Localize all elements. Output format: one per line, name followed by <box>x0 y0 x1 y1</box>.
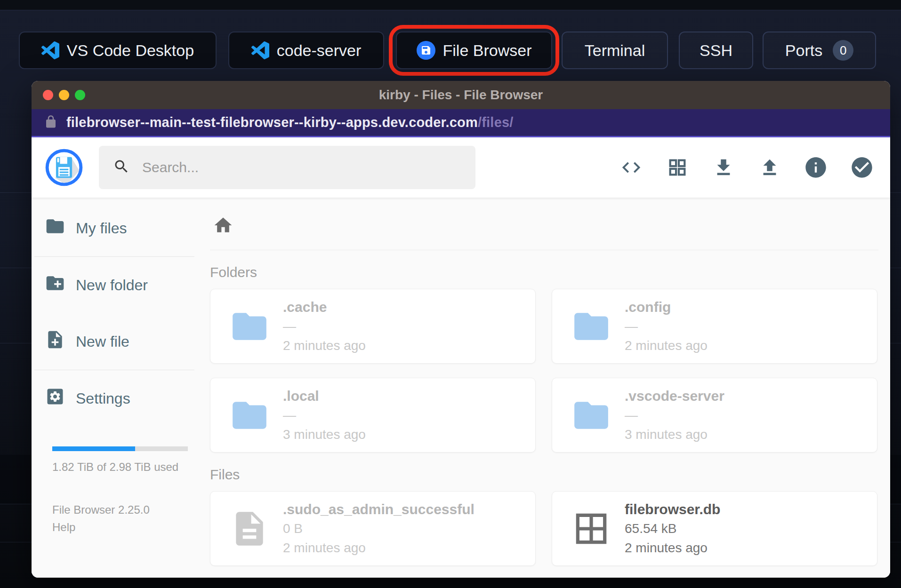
tab-label: File Browser <box>443 41 532 60</box>
sidebar-item-label: Settings <box>76 390 130 407</box>
tab-vscode-desktop[interactable]: VS Code Desktop <box>19 32 217 69</box>
tab-terminal[interactable]: Terminal <box>562 32 668 69</box>
item-meta: .vscode-server — 3 minutes ago <box>625 386 724 444</box>
info-icon[interactable] <box>804 155 828 180</box>
sidebar-item-label: New file <box>76 333 129 350</box>
desktop-top-strip <box>0 0 901 10</box>
tab-label: VS Code Desktop <box>67 41 194 60</box>
filebrowser-body: My files New folder New file <box>32 198 890 578</box>
tab-label: Ports <box>785 41 822 60</box>
breadcrumb-divider <box>210 250 878 250</box>
item-size: — <box>625 317 708 336</box>
browser-window: kirby - Files - File Browser filebrowser… <box>32 81 890 578</box>
item-name: .vscode-server <box>625 386 724 405</box>
new-file-icon <box>45 329 65 354</box>
item-modified: 3 minutes ago <box>283 425 366 444</box>
sidebar: My files New folder New file <box>32 198 199 578</box>
close-window-button[interactable] <box>43 90 53 100</box>
search-input[interactable] <box>142 159 461 175</box>
item-meta: filebrowser.db 65.54 kB 2 minutes ago <box>625 500 720 557</box>
upload-icon[interactable] <box>757 155 782 180</box>
tab-code-server[interactable]: code-server <box>228 32 384 69</box>
item-size: 0 B <box>283 519 475 538</box>
tab-ports[interactable]: Ports 0 <box>763 32 876 69</box>
item-name: filebrowser.db <box>625 500 720 519</box>
help-link[interactable]: Help <box>52 518 188 536</box>
window-controls <box>43 90 85 100</box>
url-path: /files/ <box>478 115 514 130</box>
sidebar-item-new-folder[interactable]: New folder <box>32 257 199 313</box>
toolbar-actions <box>619 155 874 180</box>
item-meta: .cache — 2 minutes ago <box>283 297 366 355</box>
item-modified: 2 minutes ago <box>283 538 475 557</box>
switch-view-icon[interactable] <box>665 155 690 180</box>
folder-icon <box>229 395 270 436</box>
settings-icon <box>45 386 65 411</box>
zoom-window-button[interactable] <box>75 90 85 100</box>
storage-progress-track <box>52 446 188 451</box>
item-name: .local <box>283 386 366 405</box>
vscode-icon <box>251 41 269 59</box>
minimize-window-button[interactable] <box>59 90 69 100</box>
breadcrumb <box>210 211 878 239</box>
raw-view-icon[interactable] <box>619 155 644 180</box>
folder-card[interactable]: .cache — 2 minutes ago <box>210 289 536 364</box>
item-meta: .sudo_as_admin_successful 0 B 2 minutes … <box>283 500 475 557</box>
folder-icon <box>229 306 270 347</box>
search-box <box>99 146 475 189</box>
file-icon <box>229 509 270 549</box>
home-icon[interactable] <box>213 215 233 236</box>
tab-label: Terminal <box>585 41 645 60</box>
filebrowser-logo-icon[interactable] <box>45 148 83 187</box>
folder-card[interactable]: .vscode-server — 3 minutes ago <box>552 378 877 453</box>
folder-card[interactable]: .local — 3 minutes ago <box>210 378 536 453</box>
folder-icon <box>45 216 65 240</box>
folders-grid: .cache — 2 minutes ago .config — 2 minut… <box>210 289 878 453</box>
item-name: .cache <box>283 297 366 317</box>
item-modified: 2 minutes ago <box>625 336 708 355</box>
folder-icon <box>571 306 611 347</box>
item-size: — <box>283 405 366 425</box>
sidebar-footer: File Browser 2.25.0 Help <box>52 501 188 536</box>
sidebar-item-label: My files <box>76 220 127 237</box>
page-url: filebrowser--main--test-filebrowser--kir… <box>66 115 514 130</box>
storage-usage: 1.82 TiB of 2.98 TiB used <box>52 446 188 474</box>
download-icon[interactable] <box>711 155 736 180</box>
file-card[interactable]: .sudo_as_admin_successful 0 B 2 minutes … <box>210 491 536 566</box>
section-title-folders: Folders <box>210 264 878 280</box>
item-modified: 3 minutes ago <box>625 425 724 444</box>
window-titlebar: kirby - Files - File Browser <box>32 81 890 109</box>
folder-card[interactable]: .config — 2 minutes ago <box>552 289 877 364</box>
item-meta: .config — 2 minutes ago <box>625 297 708 355</box>
storage-usage-label: 1.82 TiB of 2.98 TiB used <box>52 461 188 474</box>
sidebar-item-label: New folder <box>76 277 148 294</box>
filebrowser-icon <box>417 41 435 60</box>
search-icon <box>113 158 130 177</box>
sidebar-item-my-files[interactable]: My files <box>32 200 199 256</box>
select-multiple-icon[interactable] <box>850 155 874 180</box>
url-domain: filebrowser--main--test-filebrowser--kir… <box>66 115 478 130</box>
ports-count-badge: 0 <box>833 40 853 61</box>
item-name: .sudo_as_admin_successful <box>283 500 475 519</box>
item-size: 65.54 kB <box>625 519 720 538</box>
file-card[interactable]: filebrowser.db 65.54 kB 2 minutes ago <box>552 491 877 566</box>
tab-file-browser[interactable]: File Browser <box>396 32 552 69</box>
database-file-icon <box>571 509 611 549</box>
item-size: — <box>625 405 724 425</box>
item-size: — <box>283 317 366 336</box>
address-bar[interactable]: filebrowser--main--test-filebrowser--kir… <box>32 109 890 137</box>
item-meta: .local — 3 minutes ago <box>283 386 366 444</box>
file-listing: Folders .cache — 2 minutes ago <box>199 198 890 578</box>
files-grid: .sudo_as_admin_successful 0 B 2 minutes … <box>210 491 878 566</box>
item-modified: 2 minutes ago <box>625 538 720 557</box>
sidebar-item-settings[interactable]: Settings <box>32 370 199 427</box>
storage-progress-fill <box>52 446 135 451</box>
section-title-files: Files <box>210 467 878 483</box>
sidebar-item-new-file[interactable]: New file <box>32 313 199 370</box>
tab-ssh[interactable]: SSH <box>679 32 753 69</box>
app-version: File Browser 2.25.0 <box>52 501 188 518</box>
filebrowser-toolbar <box>32 137 890 198</box>
new-folder-icon <box>45 273 65 297</box>
window-title: kirby - Files - File Browser <box>379 87 543 103</box>
tab-label: SSH <box>700 41 732 60</box>
